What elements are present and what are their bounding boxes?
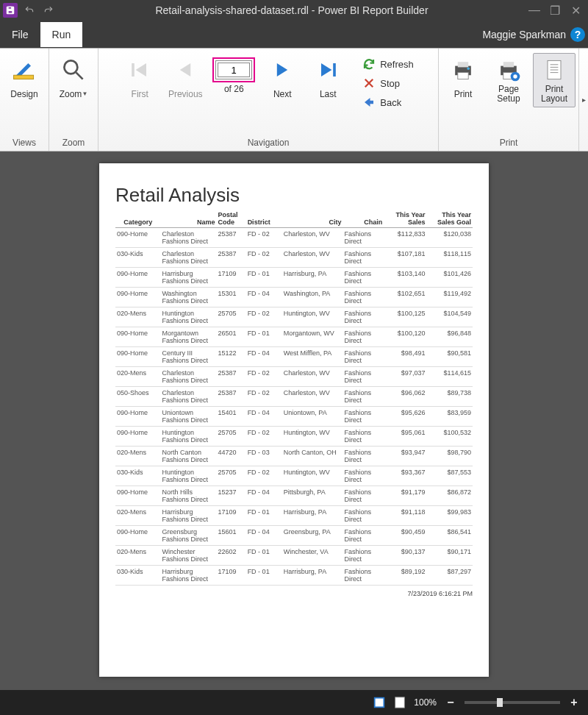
table-row: 090-HomeGreensburg Fashions Direct15601F… bbox=[115, 526, 473, 546]
user-name: Maggie Sparkman bbox=[482, 29, 566, 40]
ribbon: Design Views Zoom▼ Zoom Fi bbox=[0, 49, 588, 152]
title-bar: Retail-analysis-shared-dataset.rdl - Pow… bbox=[0, 0, 588, 21]
first-button[interactable]: First bbox=[118, 53, 161, 107]
zoom-slider[interactable] bbox=[465, 701, 560, 704]
table-row: 090-HomeWashington Fashions Direct15301F… bbox=[115, 288, 473, 307]
svg-rect-2 bbox=[8, 11, 12, 13]
table-row: 090-HomeHarrisburg Fashions Direct17109F… bbox=[115, 268, 473, 288]
redo-icon[interactable] bbox=[41, 3, 56, 18]
svg-rect-32 bbox=[376, 699, 384, 707]
svg-rect-1 bbox=[8, 7, 12, 9]
zoom-out-button[interactable]: − bbox=[444, 696, 457, 709]
last-button[interactable]: Last bbox=[306, 53, 349, 107]
table-row: 090-HomeCharleston Fashions Direct25387F… bbox=[115, 228, 473, 248]
ribbon-tabs: File Run Maggie Sparkman ? bbox=[0, 21, 588, 49]
last-icon bbox=[315, 57, 341, 83]
zoom-button[interactable]: Zoom▼ bbox=[52, 53, 95, 107]
svg-point-25 bbox=[513, 74, 517, 78]
svg-rect-19 bbox=[458, 73, 468, 79]
status-bar: 100% − + bbox=[0, 690, 588, 715]
svg-rect-13 bbox=[333, 63, 336, 77]
first-icon bbox=[126, 57, 153, 83]
refresh-icon bbox=[362, 57, 376, 71]
page-number-input[interactable] bbox=[215, 60, 252, 79]
report-timestamp: 7/23/2019 6:16:21 PM bbox=[115, 590, 473, 597]
next-button[interactable]: Next bbox=[261, 53, 304, 107]
chevron-down-icon: ▼ bbox=[82, 92, 87, 96]
previous-icon bbox=[172, 57, 198, 83]
print-button[interactable]: Print bbox=[442, 53, 484, 107]
back-button[interactable]: Back bbox=[358, 94, 418, 110]
table-row: 030-KidsHarrisburg Fashions Direct17109F… bbox=[115, 566, 473, 586]
undo-icon[interactable] bbox=[22, 3, 37, 18]
table-row: 090-HomeHuntington Fashions Direct25705F… bbox=[115, 427, 473, 447]
svg-point-20 bbox=[467, 67, 470, 70]
table-row: 090-HomeCentury III Fashions Direct15122… bbox=[115, 347, 473, 367]
save-icon[interactable] bbox=[3, 3, 18, 18]
refresh-button[interactable]: Refresh bbox=[358, 56, 418, 72]
table-row: 030-KidsCharleston Fashions Direct25387F… bbox=[115, 248, 473, 268]
run-tab[interactable]: Run bbox=[40, 22, 83, 47]
print-layout-button[interactable]: Print Layout bbox=[533, 53, 576, 107]
zoom-icon bbox=[60, 57, 87, 83]
window-title: Retail-analysis-shared-dataset.rdl - Pow… bbox=[56, 4, 528, 16]
svg-point-6 bbox=[64, 60, 77, 74]
maximize-icon[interactable]: ❐ bbox=[548, 4, 562, 18]
svg-marker-9 bbox=[136, 63, 146, 77]
next-icon bbox=[269, 57, 295, 83]
previous-button[interactable]: Previous bbox=[164, 53, 207, 107]
zoom-level: 100% bbox=[414, 697, 437, 708]
design-icon bbox=[11, 57, 37, 83]
print-icon bbox=[450, 57, 476, 83]
table-row: 020-MensCharleston Fashions Direct25387F… bbox=[115, 367, 473, 387]
svg-marker-10 bbox=[180, 63, 190, 77]
svg-marker-11 bbox=[277, 63, 287, 77]
print-layout-icon bbox=[541, 57, 567, 83]
table-row: 020-MensWinchester Fashions Direct22602F… bbox=[115, 546, 473, 566]
svg-marker-12 bbox=[321, 63, 331, 77]
page-count-label: of 26 bbox=[224, 84, 244, 94]
zoom-in-button[interactable]: + bbox=[567, 696, 581, 709]
report-title: Retail Analysis bbox=[115, 184, 473, 207]
design-button[interactable]: Design bbox=[3, 53, 46, 107]
file-tab[interactable]: File bbox=[0, 22, 40, 47]
table-row: 020-MensNorth Canton Fashions Direct4472… bbox=[115, 447, 473, 466]
view-mode-2-icon[interactable] bbox=[393, 696, 406, 709]
stop-icon bbox=[362, 77, 376, 90]
table-row: 020-MensHuntington Fashions Direct25705F… bbox=[115, 307, 473, 327]
page-setup-button[interactable]: Page Setup bbox=[487, 53, 530, 107]
svg-marker-16 bbox=[365, 98, 373, 107]
page-setup-icon bbox=[495, 57, 522, 83]
table-row: 090-HomeNorth Hills Fashions Direct15237… bbox=[115, 486, 473, 506]
table-row: 050-ShoesCharleston Fashions Direct25387… bbox=[115, 387, 473, 407]
view-mode-1-icon[interactable] bbox=[373, 696, 386, 709]
help-icon[interactable]: ? bbox=[570, 27, 585, 42]
close-icon[interactable]: ✕ bbox=[569, 4, 582, 18]
svg-rect-8 bbox=[132, 63, 135, 77]
svg-rect-18 bbox=[458, 62, 468, 67]
report-canvas: Retail Analysis Category Name Postal Cod… bbox=[0, 152, 588, 690]
report-page: Retail Analysis Category Name Postal Cod… bbox=[99, 163, 489, 677]
report-table: Category Name Postal Code District City … bbox=[115, 210, 473, 586]
svg-rect-33 bbox=[395, 697, 405, 708]
table-row: 030-KidsHuntington Fashions Direct25705F… bbox=[115, 466, 473, 486]
svg-line-7 bbox=[76, 73, 83, 79]
minimize-icon[interactable]: — bbox=[528, 4, 541, 18]
ribbon-overflow-icon[interactable]: ▸ bbox=[579, 49, 588, 151]
back-icon bbox=[362, 96, 376, 109]
table-row: 090-HomeMorgantown Fashions Direct26501F… bbox=[115, 327, 473, 347]
table-row: 090-HomeUniontown Fashions Direct15401FD… bbox=[115, 407, 473, 427]
svg-rect-4 bbox=[14, 75, 34, 79]
stop-button[interactable]: Stop bbox=[358, 75, 418, 91]
svg-rect-22 bbox=[503, 62, 514, 67]
table-row: 020-MensHarrisburg Fashions Direct17109F… bbox=[115, 506, 473, 526]
